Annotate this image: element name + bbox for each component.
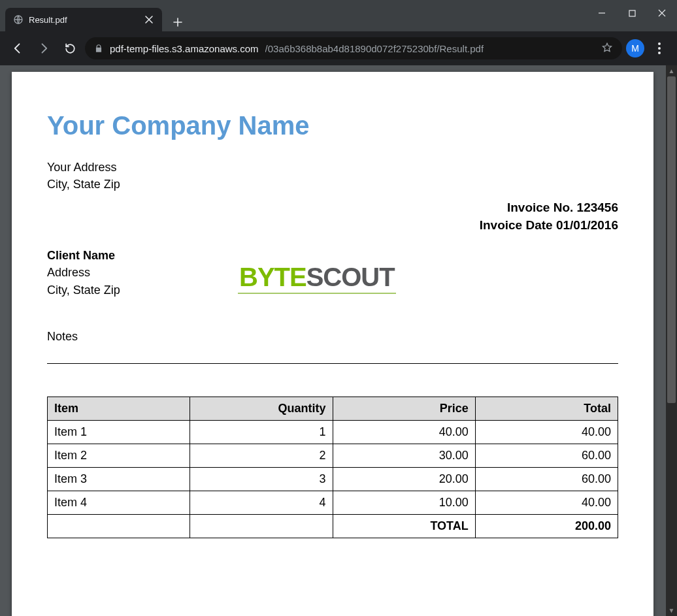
scroll-thumb[interactable] — [667, 76, 676, 403]
cell-qty: 1 — [190, 420, 333, 444]
back-button[interactable] — [7, 37, 29, 59]
col-qty: Quantity — [190, 397, 333, 420]
cell-qty: 2 — [190, 444, 333, 467]
client-block: Client Name Address City, State Zip — [47, 247, 120, 298]
cell-item: Item 1 — [48, 420, 190, 444]
svg-rect-1 — [629, 10, 635, 16]
reload-button[interactable] — [59, 37, 81, 59]
scroll-up-icon[interactable]: ▲ — [666, 65, 677, 76]
client-address-line1: Address — [47, 264, 120, 281]
table-total-row: TOTAL 200.00 — [48, 514, 618, 538]
table-row: Item 3320.0060.00 — [48, 467, 618, 491]
scroll-down-icon[interactable]: ▼ — [666, 605, 677, 616]
table-row: Item 4410.0040.00 — [48, 491, 618, 514]
cell-item: Item 4 — [48, 491, 190, 514]
maximize-button[interactable] — [617, 0, 647, 26]
table-row: Item 2230.0060.00 — [48, 444, 618, 467]
cell-total: 60.00 — [475, 467, 618, 491]
close-window-button[interactable] — [647, 0, 677, 26]
your-address-line2: City, State Zip — [47, 176, 618, 193]
cell-qty: 3 — [190, 467, 333, 491]
close-tab-icon[interactable] — [144, 14, 154, 25]
new-tab-button[interactable] — [169, 13, 187, 31]
table-row: Item 1140.0040.00 — [48, 420, 618, 444]
browser-toolbar: pdf-temp-files.s3.amazonaws.com/03a6b368… — [0, 31, 677, 65]
bytescout-logo: BYTESCOUT — [238, 264, 396, 294]
your-address-line1: Your Address — [47, 159, 618, 176]
cell-item: Item 2 — [48, 444, 190, 467]
forward-button[interactable] — [33, 37, 55, 59]
your-address: Your Address City, State Zip — [47, 159, 618, 193]
company-name: Your Company Name — [47, 111, 618, 140]
cell-price: 10.00 — [333, 491, 475, 514]
grand-total-value: 200.00 — [475, 514, 618, 538]
table-header-row: Item Quantity Price Total — [48, 397, 618, 420]
svg-point-2 — [658, 42, 661, 45]
invoice-meta: Invoice No. 123456 Invoice Date 01/01/20… — [47, 199, 618, 234]
avatar-initial: M — [631, 43, 639, 54]
lock-icon — [94, 44, 103, 53]
cell-total: 40.00 — [475, 491, 618, 514]
logo-wrap: BYTESCOUT — [146, 247, 487, 294]
grand-total-label: TOTAL — [333, 514, 475, 538]
svg-point-4 — [658, 52, 661, 54]
cell-price: 40.00 — [333, 420, 475, 444]
pdf-page: Your Company Name Your Address City, Sta… — [12, 72, 653, 616]
divider — [47, 363, 618, 364]
col-price: Price — [333, 397, 475, 420]
url-path: /03a6b368b8ab4d81890d072f275230bf/Result… — [265, 43, 484, 54]
window-controls — [587, 0, 677, 26]
notes-label: Notes — [47, 330, 618, 344]
bookmark-star-icon[interactable] — [595, 42, 613, 56]
cell-price: 30.00 — [333, 444, 475, 467]
globe-icon — [13, 14, 24, 25]
cell-total: 40.00 — [475, 420, 618, 444]
address-bar[interactable]: pdf-temp-files.s3.amazonaws.com/03a6b368… — [85, 37, 622, 59]
client-name: Client Name — [47, 247, 120, 264]
cell-price: 20.00 — [333, 467, 475, 491]
client-address-line2: City, State Zip — [47, 282, 120, 299]
tab-title: Result.pdf — [29, 15, 139, 25]
client-logo-row: Client Name Address City, State Zip BYTE… — [47, 247, 618, 298]
svg-point-3 — [658, 47, 661, 50]
tab-strip: Result.pdf — [0, 0, 187, 31]
cell-total: 60.00 — [475, 444, 618, 467]
invoice-number: Invoice No. 123456 — [47, 199, 618, 217]
col-item: Item — [48, 397, 190, 420]
cell-qty: 4 — [190, 491, 333, 514]
items-table: Item Quantity Price Total Item 1140.0040… — [47, 397, 618, 538]
browser-tab[interactable]: Result.pdf — [5, 8, 162, 31]
browser-titlebar: Result.pdf — [0, 0, 677, 31]
col-total: Total — [475, 397, 618, 420]
kebab-menu-icon[interactable] — [648, 37, 670, 59]
profile-avatar[interactable]: M — [626, 39, 644, 57]
pdf-viewer: Your Company Name Your Address City, Sta… — [0, 65, 677, 616]
vertical-scrollbar[interactable]: ▲ ▼ — [666, 65, 677, 616]
url-domain: pdf-temp-files.s3.amazonaws.com — [110, 43, 259, 54]
cell-item: Item 3 — [48, 467, 190, 491]
invoice-date: Invoice Date 01/01/2016 — [47, 217, 618, 235]
minimize-button[interactable] — [587, 0, 617, 26]
